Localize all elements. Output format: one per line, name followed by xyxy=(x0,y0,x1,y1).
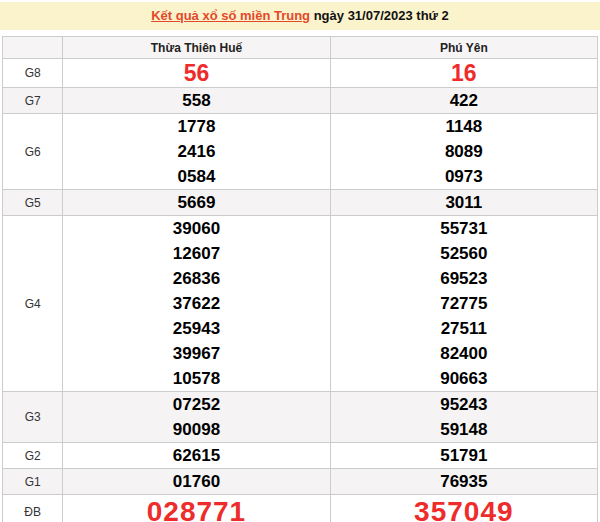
prize-number: 12607 xyxy=(63,241,329,266)
prize-row-g4: G439060126072683637622259433996710578557… xyxy=(3,216,598,392)
numbers-cell-hue: 177824160584 xyxy=(63,114,330,190)
prize-row-đb: ĐB028771357049 xyxy=(3,495,598,522)
prize-number: 72775 xyxy=(331,291,597,316)
prize-number: 1148 xyxy=(331,114,597,139)
numbers-cell-hue: 01760 xyxy=(63,469,330,495)
prize-number: 56 xyxy=(63,59,329,87)
prize-number: 2416 xyxy=(63,139,329,164)
prize-number: 10578 xyxy=(63,366,329,391)
prize-number: 76935 xyxy=(331,469,597,494)
numbers-cell-hue: 39060126072683637622259433996710578 xyxy=(63,216,330,392)
prize-label: G8 xyxy=(3,59,63,88)
prize-number: 357049 xyxy=(331,495,597,522)
prize-number: 69523 xyxy=(331,266,597,291)
prize-number: 422 xyxy=(331,88,597,113)
prize-number: 27511 xyxy=(331,316,597,341)
numbers-cell-phuyen: 3011 xyxy=(330,190,597,216)
prize-row-g5: G556693011 xyxy=(3,190,598,216)
prize-number: 01760 xyxy=(63,469,329,494)
results-table: Thừa Thiên Huế Phú Yên G85616G7558422G61… xyxy=(2,36,598,522)
column-header-row: Thừa Thiên Huế Phú Yên xyxy=(3,37,598,59)
prize-label: G2 xyxy=(3,443,63,469)
prize-label: G3 xyxy=(3,392,63,443)
numbers-cell-hue: 558 xyxy=(63,88,330,114)
prize-number: 82400 xyxy=(331,341,597,366)
prize-number: 95243 xyxy=(331,392,597,417)
numbers-cell-hue: 0725290098 xyxy=(63,392,330,443)
prize-number: 55731 xyxy=(331,216,597,241)
prize-number: 90098 xyxy=(63,417,329,442)
prize-label: G1 xyxy=(3,469,63,495)
prize-number: 25943 xyxy=(63,316,329,341)
numbers-cell-phuyen: 55731525606952372775275118240090663 xyxy=(330,216,597,392)
prize-label: G5 xyxy=(3,190,63,216)
results-date: ngày 31/07/2023 thứ 2 xyxy=(310,8,449,23)
corner-cell xyxy=(3,37,63,59)
prize-row-g2: G26261551791 xyxy=(3,443,598,469)
prize-label: G7 xyxy=(3,88,63,114)
prize-label: G6 xyxy=(3,114,63,190)
numbers-cell-hue: 028771 xyxy=(63,495,330,522)
results-title-link[interactable]: Kết quả xổ số miền Trung xyxy=(151,8,310,23)
prize-number: 8089 xyxy=(331,139,597,164)
prize-number: 028771 xyxy=(63,495,329,522)
prize-number: 3011 xyxy=(331,190,597,215)
numbers-cell-phuyen: 51791 xyxy=(330,443,597,469)
numbers-cell-phuyen: 357049 xyxy=(330,495,597,522)
prize-number: 90663 xyxy=(331,366,597,391)
prize-number: 0973 xyxy=(331,164,597,189)
numbers-cell-hue: 5669 xyxy=(63,190,330,216)
numbers-cell-phuyen: 9524359148 xyxy=(330,392,597,443)
numbers-cell-phuyen: 422 xyxy=(330,88,597,114)
prize-number: 37622 xyxy=(63,291,329,316)
prize-row-g7: G7558422 xyxy=(3,88,598,114)
prize-row-g8: G85616 xyxy=(3,59,598,88)
numbers-cell-phuyen: 76935 xyxy=(330,469,597,495)
column-header-phu-yen: Phú Yên xyxy=(330,37,597,59)
prize-number: 0584 xyxy=(63,164,329,189)
prize-number: 39967 xyxy=(63,341,329,366)
prize-number: 51791 xyxy=(331,443,597,468)
prize-number: 59148 xyxy=(331,417,597,442)
column-header-thua-thien-hue: Thừa Thiên Huế xyxy=(63,37,330,59)
prize-number: 07252 xyxy=(63,392,329,417)
prize-number: 52560 xyxy=(331,241,597,266)
prize-number: 16 xyxy=(331,59,597,87)
prize-number: 26836 xyxy=(63,266,329,291)
numbers-cell-hue: 62615 xyxy=(63,443,330,469)
prize-label: G4 xyxy=(3,216,63,392)
prize-row-g6: G6177824160584114880890973 xyxy=(3,114,598,190)
prize-number: 39060 xyxy=(63,216,329,241)
prize-row-g1: G10176076935 xyxy=(3,469,598,495)
prize-number: 5669 xyxy=(63,190,329,215)
prize-number: 558 xyxy=(63,88,329,113)
prize-label: ĐB xyxy=(3,495,63,522)
lottery-results-page: Kết quả xổ số miền Trung ngày 31/07/2023… xyxy=(0,0,600,522)
prize-row-g3: G307252900989524359148 xyxy=(3,392,598,443)
numbers-cell-phuyen: 114880890973 xyxy=(330,114,597,190)
numbers-cell-phuyen: 16 xyxy=(330,59,597,88)
results-banner: Kết quả xổ số miền Trung ngày 31/07/2023… xyxy=(0,2,600,30)
numbers-cell-hue: 56 xyxy=(63,59,330,88)
prize-number: 62615 xyxy=(63,443,329,468)
prize-number: 1778 xyxy=(63,114,329,139)
